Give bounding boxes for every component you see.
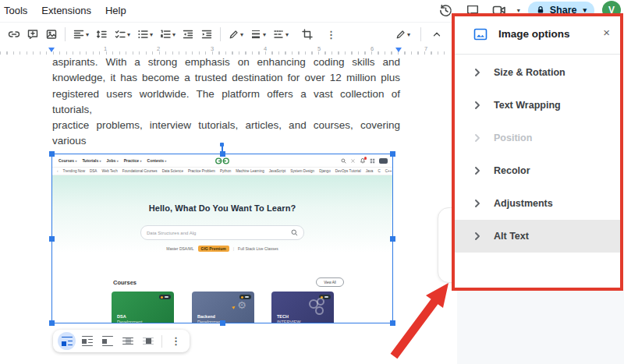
gfg-logo-icon: [214, 157, 231, 165]
version-history-icon[interactable]: [437, 1, 456, 19]
subnav-item: Python: [220, 169, 231, 173]
subnav-item: C++: [385, 169, 392, 173]
document-paragraph[interactable]: aspirants. With a strong emphasis on enh…: [52, 55, 400, 165]
subnav-item: DevOps Tutorial: [335, 169, 361, 173]
ruler-number: 4: [264, 45, 267, 52]
subnav-item: Foundational Courses: [122, 169, 158, 173]
share-caret-icon[interactable]: ▾: [583, 6, 587, 14]
view-all-button: View All: [316, 277, 344, 287]
border-weight-button[interactable]: ▾: [246, 25, 269, 44]
increase-indent-button[interactable]: [197, 25, 216, 44]
circles-graphic: [307, 298, 328, 318]
gfg-search-bar: Data Structures and Alg: [140, 225, 304, 240]
border-color-button[interactable]: ▾: [225, 25, 246, 44]
rating-badge: [159, 295, 171, 299]
ruler-number: 2: [157, 45, 160, 52]
panel-item-adjustments[interactable]: Adjustments: [455, 187, 620, 220]
border-color-caret-icon[interactable]: ▾: [240, 31, 243, 38]
gfg-nav-item: Jobs ▾: [107, 158, 119, 163]
border-dash-button[interactable]: ▾: [269, 25, 292, 44]
ruler-number: 1: [104, 45, 107, 52]
resize-handle-se[interactable]: [390, 320, 395, 326]
gfg-search-icon: [341, 158, 346, 164]
align-button[interactable]: ▾: [69, 25, 92, 44]
gfg-searchbar-icon: [291, 229, 298, 236]
wrap-more-options-button[interactable]: ⋮: [167, 332, 185, 350]
crop-image-button[interactable]: [298, 25, 317, 44]
numbered-list-button[interactable]: ▾: [156, 25, 179, 44]
right-indent-marker[interactable]: [395, 48, 402, 52]
chevron-right-icon: [473, 200, 481, 207]
ruler-number: 5: [317, 45, 321, 52]
editing-mode-caret-icon[interactable]: ▾: [407, 31, 410, 38]
panel-title: Image options: [498, 28, 570, 40]
subnav-item: Practice Problem: [188, 169, 215, 173]
hero-chip: Full Stack Live Classes: [238, 246, 278, 251]
resize-handle-nw[interactable]: [49, 151, 55, 157]
checklist-caret-icon[interactable]: ▾: [127, 31, 130, 38]
align-caret-icon[interactable]: ▾: [86, 31, 89, 38]
chevron-right-icon: [473, 167, 481, 175]
hide-menus-button[interactable]: [428, 25, 445, 44]
insert-link-button[interactable]: [5, 25, 23, 44]
resize-handle-ne[interactable]: [390, 151, 395, 157]
panel-item-alt-text[interactable]: Alt Text: [455, 220, 620, 253]
gfg-search-placeholder: Data Structures and Alg: [147, 231, 291, 235]
resize-handle-n[interactable]: [220, 151, 225, 157]
subnav-item: Web Tech: [101, 169, 117, 173]
subnav-item: C: [378, 169, 380, 173]
menu-help[interactable]: Help: [105, 5, 126, 16]
courses-label: Courses: [113, 279, 136, 286]
embedded-image[interactable]: Courses ▾ Tutorials ▾ Jobs ▾ Practice ▾ …: [52, 154, 392, 323]
resize-handle-w[interactable]: [49, 236, 55, 242]
gfg-courses-section: Courses View All DSA Development ⚙ Backe…: [52, 274, 392, 323]
gfg-apps-icon: [370, 158, 375, 164]
insert-image-button[interactable]: [42, 25, 61, 44]
panel-item-size-rotation[interactable]: Size & Rotation: [455, 56, 620, 89]
resize-handle-s[interactable]: [220, 320, 225, 326]
subnav-item: Trending Now: [63, 169, 85, 173]
hero-chip: Master DSA/ML: [166, 246, 193, 251]
numbered-list-caret-icon[interactable]: ▾: [172, 31, 176, 38]
border-weight-caret-icon[interactable]: ▾: [263, 31, 266, 38]
bulleted-list-button[interactable]: ▾: [133, 25, 156, 44]
gear-icon: ⚙: [237, 299, 246, 311]
behind-text-button[interactable]: [119, 332, 136, 350]
chevron-right-icon: [473, 101, 481, 109]
gfg-sparkle-icon: [350, 158, 356, 164]
chevron-right-icon: [473, 134, 481, 142]
break-text-button[interactable]: [98, 332, 116, 350]
resize-handle-sw[interactable]: [49, 320, 55, 326]
wrap-text-button[interactable]: [78, 332, 96, 350]
bulleted-list-caret-icon[interactable]: ▾: [150, 31, 153, 38]
gfg-hero: Hello, What Do You Want To Learn? Data S…: [52, 175, 392, 274]
add-comment-button[interactable]: [23, 25, 42, 44]
gfg-signin-button: [379, 158, 388, 164]
canvas-background: [457, 290, 624, 364]
video-call-caret-icon[interactable]: ▾: [517, 7, 520, 14]
rotation-handle[interactable]: [220, 143, 224, 147]
share-label: Share: [550, 5, 577, 16]
editing-mode-button[interactable]: ▾: [392, 25, 413, 44]
border-dash-caret-icon[interactable]: ▾: [285, 31, 289, 38]
paragraph-line: aspirants. With a strong emphasis on enh…: [52, 55, 400, 70]
subnav-item: System Design: [290, 169, 314, 173]
gfg-nav-item: Courses ▾: [58, 158, 76, 163]
resize-handle-e[interactable]: [390, 236, 395, 242]
checklist-button[interactable]: ▾: [111, 25, 133, 44]
panel-item-text-wrapping[interactable]: Text Wrapping: [455, 89, 620, 122]
in-front-of-text-button[interactable]: [139, 332, 157, 350]
wrap-inline-button[interactable]: [58, 332, 76, 350]
left-indent-marker[interactable]: [48, 48, 55, 52]
subnav-item: Data Science: [162, 169, 183, 173]
line-spacing-button[interactable]: [92, 25, 111, 44]
panel-close-icon[interactable]: ×: [603, 26, 610, 39]
lock-icon: [536, 5, 545, 15]
decrease-indent-button[interactable]: [179, 25, 197, 44]
menu-tools[interactable]: Tools: [4, 5, 27, 16]
toolbar-more-button[interactable]: ⋮: [323, 25, 339, 44]
menu-extensions[interactable]: Extensions: [41, 5, 91, 16]
gfg-subnav: ‹ Trending Now DSA Web Tech Foundational…: [52, 168, 392, 175]
panel-item-recolor[interactable]: Recolor: [455, 154, 620, 187]
image-options-panel: Image options × Size & Rotation Text Wra…: [455, 16, 620, 288]
